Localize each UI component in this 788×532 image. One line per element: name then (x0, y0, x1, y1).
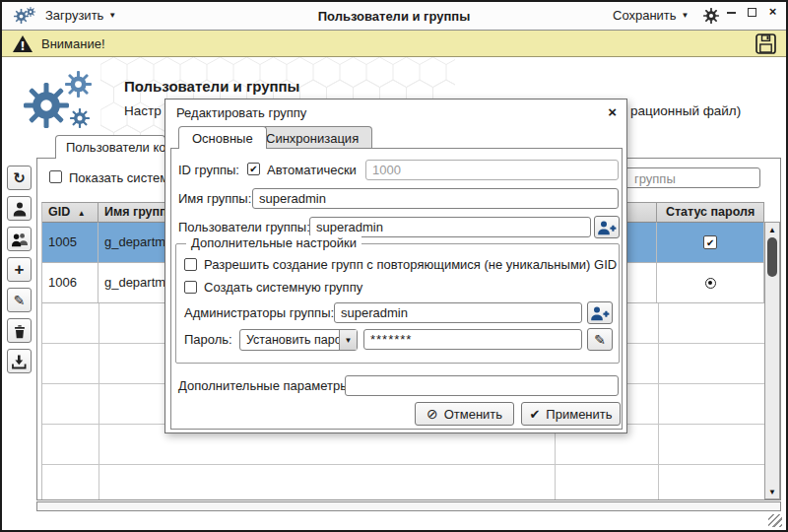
titlebar: Загрузить ▼ Пользователи и группы Сохран… (2, 2, 786, 31)
password-status-radio[interactable] (705, 278, 716, 289)
add-user-icon (590, 305, 610, 321)
user-icon (12, 201, 28, 217)
edit-group-dialog: Редактировать группу × Основные Синхрони… (164, 99, 627, 433)
edit-password-button[interactable]: ✎ (587, 328, 613, 351)
main-content: Пользователи и группы Настр рационный фа… (2, 57, 786, 530)
settings-gear-icon[interactable] (703, 8, 719, 24)
maximize-icon (748, 8, 756, 17)
allow-duplicate-gid-label: Разрешить создание групп с повторяющимис… (204, 257, 617, 272)
cancel-icon: ⊘ (427, 406, 438, 422)
add-group-button[interactable]: + (7, 257, 32, 282)
allow-duplicate-gid-checkbox[interactable] (184, 258, 197, 271)
plus-icon: + (15, 260, 25, 280)
warning-bar: ! Внимание! (2, 31, 786, 57)
password-mode-select[interactable]: Установить пароль ▼ (239, 329, 358, 351)
show-system-label: Показать систем (69, 170, 168, 185)
column-divider (658, 303, 659, 499)
password-input[interactable] (363, 329, 582, 350)
trash-icon (12, 323, 28, 339)
add-admins-button[interactable] (587, 301, 613, 324)
edit-group-button[interactable]: ✎ (7, 288, 32, 312)
additional-settings-groupbox: Дополнительные настройки Разрешить созда… (175, 243, 620, 364)
group-admins-label: Администраторы группы: (184, 305, 334, 320)
groupbox-legend: Дополнительные настройки (186, 235, 361, 250)
additional-params-label: Дополнительные параметры: (178, 378, 353, 393)
delete-group-button[interactable] (7, 318, 32, 343)
system-group-checkbox[interactable] (184, 281, 197, 294)
group-users-input[interactable] (309, 217, 591, 237)
gid-cell: 1005 (42, 223, 98, 262)
save-menu-button[interactable]: Сохранить ▼ (613, 8, 690, 23)
show-system-checkbox[interactable] (49, 170, 62, 183)
groups-view-button[interactable] (7, 227, 32, 251)
password-status-checkbox[interactable]: ✔ (703, 235, 717, 249)
group-name-input[interactable] (252, 188, 619, 209)
gid-column-header[interactable]: GID ▲ (42, 203, 98, 223)
export-groups-button[interactable] (7, 349, 32, 373)
minimize-icon (727, 12, 736, 14)
page-subtitle-right: рационный файл) (630, 103, 741, 118)
minimize-button[interactable] (725, 5, 738, 18)
maximize-button[interactable] (746, 5, 758, 18)
tab-sync[interactable]: Синхронизация (252, 126, 372, 149)
save-file-icon[interactable] (755, 33, 776, 54)
window-controls: × (725, 5, 779, 18)
additional-params-input[interactable] (345, 375, 619, 396)
search-placeholder-text: группы (634, 171, 676, 186)
add-users-button[interactable] (594, 216, 620, 238)
group-id-label: ID группы: (178, 163, 239, 177)
status-cell (657, 263, 764, 302)
group-name-label: Имя группы: (178, 191, 251, 206)
group-id-input[interactable] (365, 160, 619, 180)
warning-label: Внимание! (41, 36, 105, 51)
users-groups-logo (24, 69, 104, 134)
warning-icon: ! (12, 34, 33, 53)
resize-grip[interactable] (768, 514, 782, 527)
dialog-body: ID группы: ✔ Автоматически Имя группы: П… (170, 148, 623, 430)
apply-button[interactable]: ✔ Применить (521, 402, 621, 426)
dialog-close-button[interactable]: × (608, 103, 617, 120)
dialog-title: Редактировать группу (176, 105, 306, 120)
scrollbar-thumb[interactable] (767, 237, 777, 277)
system-group-label: Создать системную группу (204, 280, 362, 295)
column-divider (98, 303, 99, 499)
tab-config-users-label: Пользователи кон (66, 140, 165, 155)
save-menu-label: Сохранить (613, 8, 677, 23)
chevron-down-icon: ▼ (682, 11, 690, 20)
close-icon: × (769, 6, 777, 17)
group-users-label: Пользователи группы: (178, 220, 310, 234)
password-label: Пароль: (184, 332, 232, 347)
tab-config-users[interactable]: Пользователи кон (55, 135, 165, 159)
scrollbar-up-button[interactable]: ▲ (765, 223, 779, 236)
gid-cell: 1006 (42, 263, 98, 302)
chevron-down-icon: ▼ (339, 330, 357, 350)
vertical-scrollbar[interactable]: ▲ ▼ (764, 222, 780, 499)
check-icon: ✔ (529, 407, 540, 422)
refresh-button[interactable]: ↻ (7, 166, 32, 190)
tab-general[interactable]: Основные (178, 126, 267, 149)
group-admins-input[interactable] (334, 302, 582, 323)
page-subtitle-left: Настр (124, 103, 162, 118)
password-status-column-header[interactable]: Статус пароля (657, 203, 764, 223)
auto-label: Автоматически (267, 163, 357, 177)
page-title: Пользователи и группы (124, 78, 299, 95)
refresh-icon: ↻ (13, 169, 26, 187)
status-cell: ✔ (657, 223, 764, 262)
app-window: Загрузить ▼ Пользователи и группы Сохран… (0, 0, 788, 532)
horizontal-scrollbar[interactable] (36, 501, 781, 511)
close-button[interactable]: × (766, 5, 779, 18)
edit-pencil-icon: ✎ (14, 293, 26, 308)
svg-text:!: ! (20, 39, 25, 53)
export-icon (11, 354, 28, 369)
add-user-icon (597, 220, 617, 235)
users-icon (11, 232, 28, 247)
scrollbar-down-button[interactable]: ▼ (765, 485, 779, 499)
users-view-button[interactable] (7, 196, 32, 221)
cancel-button[interactable]: ⊘ Отменить (415, 402, 514, 426)
group-id-auto-checkbox[interactable]: ✔ (247, 163, 260, 175)
pencil-icon: ✎ (594, 332, 606, 348)
sort-asc-icon: ▲ (78, 209, 86, 218)
